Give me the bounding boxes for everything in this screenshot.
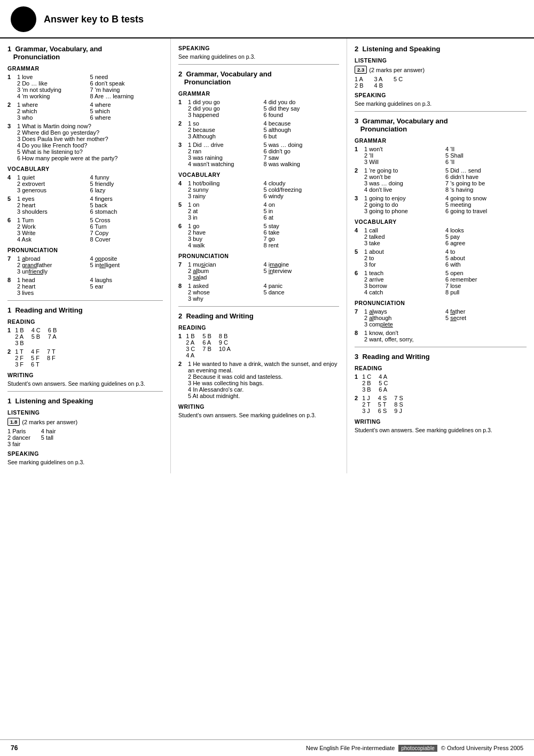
header-circle	[11, 6, 36, 32]
q4-right: 4 funny 5 friendly 6 lazy	[90, 174, 163, 193]
c2-rq2-block: 2 1 He wanted to have a drink, watch the…	[178, 361, 339, 399]
divider-col2-2	[178, 306, 339, 307]
c3-q8-block: 8 1 know, don't 2 want, offer, sorry,	[355, 330, 527, 342]
vocab-3-label: VOCABULARY	[355, 219, 527, 225]
divider-col3-1	[355, 111, 527, 112]
c3-rq1-block: 1 1 C 2 B 3 B 4 A 5 C 6 A	[355, 373, 527, 393]
q6-left: 1 Turn 2 Work 3 Write 4 Ask	[17, 217, 90, 243]
vocab-2-label: VOCABULARY	[178, 172, 339, 178]
section-2-title: 2 Grammar, Vocabulary and Pronunciation	[178, 70, 339, 86]
section-2-gvp: 2 Grammar, Vocabulary and Pronunciation …	[178, 70, 339, 302]
q3-block: 3 1 What is Martin doing now? 2 Where di…	[7, 123, 163, 161]
footer-page-num: 76	[11, 744, 18, 752]
speaking-2-label: SPEAKING	[355, 92, 527, 98]
reading-3-label: READING	[355, 365, 527, 371]
main-content: 1 Grammar, Vocabulary, and Pronunciation…	[0, 38, 534, 473]
section-3-rw: 3 Reading and Writing READING 1 1 C 2 B …	[355, 353, 527, 433]
listening-2-answers: 1 A 2 B 3 A 4 B 5 C	[355, 76, 527, 89]
q2-block: 2 1 where 2 which 3 who 4 where 5 which …	[7, 102, 163, 121]
q5-num: 5	[7, 196, 15, 215]
q8-left: 1 head 2 heart 3 lives	[17, 277, 90, 296]
q7-block: 7 1 abroad 2 grandfather 3 unfriendly 4 …	[7, 255, 163, 275]
writing-2-text: Student's own answers. See marking guide…	[178, 412, 339, 418]
q4-num: 4	[7, 174, 15, 193]
q8-num: 8	[7, 277, 15, 296]
listening-2-badge-row: 2.3 (2 marks per answer)	[355, 66, 527, 74]
section-1-rw: 1 Reading and Writing READING 1 1 B 2 A …	[7, 306, 163, 387]
c3-q3-block: 3 1 going to enjoy 2 going to do 3 going…	[355, 195, 527, 214]
q5-left: 1 eyes 2 heart 3 shoulders	[17, 196, 90, 215]
q5-block: 5 1 eyes 2 heart 3 shoulders 4 fingers 5…	[7, 196, 163, 215]
q7-num: 7	[7, 255, 15, 275]
grammar-3-label: GRAMMAR	[355, 137, 527, 144]
listening-badge-2: 2.3	[355, 66, 367, 74]
rq2-num: 2	[7, 348, 11, 355]
q1-right: 5 need 6 don't speak 7 'm having 8 Are ……	[90, 74, 163, 99]
rw-2-title: 2 Reading and Writing	[178, 312, 339, 320]
q1-block: 1 1 love 2 Do … like 3 'm not studying 4…	[7, 74, 163, 99]
ls-2-title: 2 Listening and Speaking	[355, 45, 527, 53]
grammar-1-label: GRAMMAR	[7, 65, 163, 72]
listening-2-label: LISTENING	[355, 57, 527, 64]
grammar-2-label: GRAMMAR	[178, 90, 339, 97]
q4-left: 1 quiet 2 extrovert 3 generous	[17, 174, 90, 193]
rw-1-title: 1 Reading and Writing	[7, 306, 163, 314]
c2-q7-block: 7 1 musician 2 album 3 salad 4 imagine 5…	[178, 261, 339, 280]
c2-rq1-block: 1 1 B 2 A 3 C 4 A 5 B 6 A 7 B	[178, 333, 339, 358]
writing-3-label: WRITING	[355, 418, 527, 425]
divider-2	[7, 391, 163, 392]
c2-q5-block: 5 1 on 2 at 3 in 4 on 5 in 6 at	[178, 201, 339, 221]
q2-num: 2	[7, 102, 15, 121]
rq2-cols: 1 T 2 F 3 F 4 F 5 F 6 T 7 T	[15, 348, 56, 368]
section-1-gvp: 1 Grammar, Vocabulary, and Pronunciation…	[7, 45, 163, 296]
q4-block: 4 1 quiet 2 extrovert 3 generous 4 funny…	[7, 174, 163, 193]
listening-note-2: (2 marks per answer)	[369, 67, 425, 73]
q8-block: 8 1 head 2 heart 3 lives 4 laughs 5 ear	[7, 277, 163, 296]
divider-col3-2	[355, 347, 527, 347]
q8-right: 4 laughs 5 ear	[90, 277, 163, 296]
q5-right: 4 fingers 5 back 6 stomach	[90, 196, 163, 215]
c3-q5-block: 5 1 about 2 to 3 for 4 to 5 about 6 with	[355, 248, 527, 268]
q2-right: 4 where 5 which 6 where	[90, 102, 163, 121]
writing-1-label: WRITING	[7, 372, 163, 378]
q3-num: 3	[7, 123, 15, 161]
section-1-title: 1 Grammar, Vocabulary, and Pronunciation	[7, 45, 163, 61]
photocopiable-badge: photocopiable	[398, 745, 437, 752]
speaking-top-label: SPEAKING	[178, 45, 339, 51]
c2-q4-block: 4 1 hot/boiling 2 sunny 3 rainy 4 cloudy…	[178, 180, 339, 199]
section-3-title: 3 Grammar, Vocabulary and Pronunciation	[355, 117, 527, 133]
c2-q3-block: 3 1 Did … drive 2 ran 3 was raining 4 wa…	[178, 142, 339, 167]
speaking-1-label: SPEAKING	[7, 450, 163, 457]
listening-1-answers: 1 Paris 2 dancer 3 fair 4 hair 5 tall	[7, 428, 163, 447]
c3-q7-block: 7 1 always 2 although 3 complete 4 fathe…	[355, 308, 527, 328]
speaking-top-text: See marking guidelines on p.3.	[178, 53, 339, 60]
c2-q1-block: 1 1 did you go 2 did you go 3 happened 4…	[178, 99, 339, 118]
listening-1-badge-row: 1.8 (2 marks per answer)	[7, 418, 163, 426]
c3-rq2-block: 2 1 J 2 T 3 J 4 S 5 T 6 S	[355, 395, 527, 414]
c3-q6-block: 6 1 teach 2 arrive 3 borrow 4 catch 5 op…	[355, 270, 527, 295]
footer-center-text: New English File Pre-intermediate photoc…	[306, 745, 523, 751]
pronunc-1-label: PRONUNCIATION	[7, 247, 163, 253]
c2-q6-block: 6 1 go 2 have 3 buy 4 walk 5 stay 6 take…	[178, 223, 339, 248]
q3-sentences: 1 What is Martin doing now? 2 Where did …	[17, 123, 117, 161]
reading-1-label: READING	[7, 318, 163, 325]
divider-col2-1	[178, 64, 339, 65]
q1-left: 1 love 2 Do … like 3 'm not studying 4 '…	[17, 74, 90, 99]
writing-3-text: Student's own answers. See marking guide…	[355, 427, 527, 433]
q7-right: 4 opposite 5 intelligent	[90, 255, 163, 275]
section-2-rw: 2 Reading and Writing READING 1 1 B 2 A …	[178, 312, 339, 418]
section-2-ls: 2 Listening and Speaking LISTENING 2.3 (…	[355, 45, 527, 107]
q6-block: 6 1 Turn 2 Work 3 Write 4 Ask 5 Cross 6 …	[7, 217, 163, 243]
ls-1-title: 1 Listening and Speaking	[7, 397, 163, 405]
column-1: 1 Grammar, Vocabulary, and Pronunciation…	[0, 38, 171, 473]
q1-num: 1	[7, 74, 15, 99]
writing-1-text: Student's own answers. See marking guide…	[7, 380, 163, 387]
column-2: SPEAKING See marking guidelines on p.3. …	[171, 38, 347, 473]
q6-num: 6	[7, 217, 15, 243]
rw-3-title: 3 Reading and Writing	[355, 353, 527, 361]
speaking-1-text: See marking guidelines on p.3.	[7, 459, 163, 465]
page: Answer key to B tests 1 Grammar, Vocabul…	[0, 0, 534, 756]
reading-2-label: READING	[178, 324, 339, 331]
rq1-num: 1	[7, 327, 11, 333]
q2-left: 1 where 2 which 3 who	[17, 102, 90, 121]
